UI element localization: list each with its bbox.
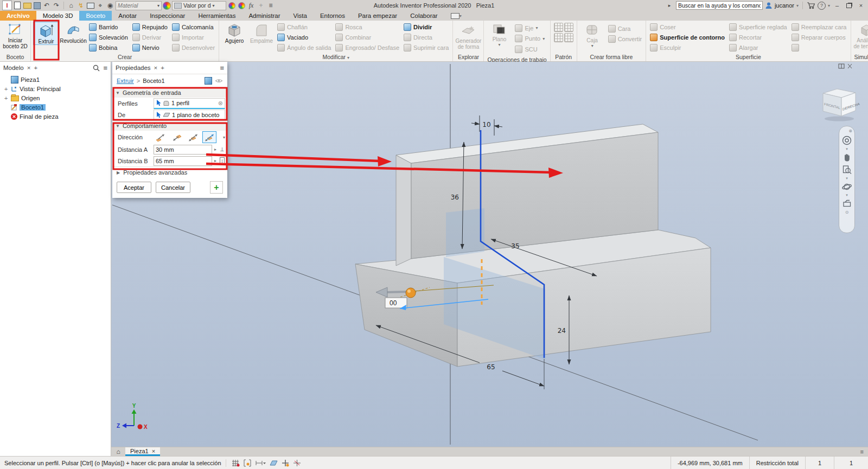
steering-wheel-icon[interactable] (841, 135, 852, 146)
navbar-more-icon[interactable]: ⊙ (845, 210, 849, 215)
help-dropdown-icon[interactable]: ▾ (828, 3, 830, 8)
rib-button[interactable]: Nervio (131, 42, 169, 53)
browser-search-icon[interactable] (93, 65, 100, 72)
tree-node-sketch[interactable]: Boceto1 (0, 102, 111, 112)
coil-button[interactable]: Bobina (87, 42, 130, 53)
restore-button[interactable] (844, 1, 854, 10)
undo-icon[interactable]: ↶ (42, 1, 51, 10)
ribbon-display-toggle-icon[interactable]: ▾ (444, 11, 468, 21)
add-qat-icon[interactable]: + (257, 1, 265, 10)
expand-icon[interactable]: + (3, 95, 9, 101)
properties-tab-label[interactable]: Propiedades (116, 65, 151, 71)
ok-button[interactable]: Aceptar (117, 182, 151, 193)
render-icon[interactable]: ◉ (106, 1, 114, 10)
distance-a-flip-icon[interactable]: ⊥ (220, 146, 225, 152)
navbar-dropdown-icon[interactable]: ▾ (846, 194, 848, 196)
tab-para-empezar[interactable]: Para empezar (352, 11, 404, 21)
sketch-pattern-icon[interactable] (564, 33, 573, 42)
minimize-button[interactable]: – (832, 1, 842, 10)
expand-icon[interactable]: + (3, 86, 9, 92)
tab-anotar[interactable]: Anotar (112, 11, 143, 21)
boundary-patch-button[interactable]: Superficie de contorno (648, 32, 726, 42)
delete-face-button[interactable]: Suprimir cara (402, 42, 450, 53)
user-name[interactable]: jucanor (775, 2, 794, 9)
save-icon[interactable] (33, 1, 41, 10)
section-geometria-header[interactable]: ▼ Geometría de entrada (112, 87, 227, 98)
ruled-surface-button[interactable]: Superficie reglada (727, 22, 789, 32)
distance-b-input[interactable] (154, 156, 212, 166)
replace-face-button[interactable]: Reemplazar cara (790, 22, 848, 32)
help-icon[interactable]: ? (818, 2, 826, 10)
rectangular-pattern-icon[interactable] (554, 23, 563, 32)
sweep-button[interactable]: Barrido (87, 22, 130, 32)
profiles-field[interactable]: 1 perfil ⊗ (154, 98, 225, 109)
shape-generator-button[interactable]: Generador de forma (455, 22, 481, 50)
navbar-dropdown-icon[interactable]: ▾ (846, 148, 848, 150)
tab-administrar[interactable]: Administrar (242, 11, 286, 21)
orbit-icon[interactable] (841, 182, 852, 192)
hole-button[interactable]: Agujero (221, 22, 247, 44)
navigation-bar[interactable]: ⊗ ▾ ▾ ▾ ⊙ (839, 126, 855, 233)
sculpt-button[interactable]: Esculpir (648, 42, 726, 53)
pan-hand-icon[interactable] (842, 152, 852, 163)
browser-menu-icon[interactable]: ≡ (103, 64, 107, 72)
direction-asymmetric-button[interactable] (202, 131, 216, 143)
direction-flipped-button[interactable] (170, 131, 184, 143)
tree-node-view[interactable]: + Vista: Principal (0, 84, 111, 93)
distance-b-flip-icon[interactable]: ↕ (220, 157, 225, 164)
work-axis-button[interactable]: Eje▾ (513, 23, 546, 33)
distance-b-flyout-icon[interactable]: ▸ (214, 158, 216, 163)
derive-button[interactable]: Derivar (131, 32, 169, 42)
tab-colaborar[interactable]: Colaborar (404, 11, 444, 21)
help-search-input[interactable] (676, 1, 763, 10)
tab-vista[interactable]: Vista (287, 11, 314, 21)
distance-a-input[interactable] (154, 145, 212, 155)
advanced-properties-row[interactable]: ▶ Propiedades avanzadas (112, 166, 227, 178)
iproperties-icon[interactable]: ↯ (76, 1, 85, 10)
wall-left-face[interactable] (396, 155, 411, 266)
add-preset-button[interactable]: + (210, 181, 223, 194)
tree-node-end-of-part[interactable]: ✕ Final de pieza (0, 112, 111, 121)
repair-bodies-button[interactable]: Reparar cuerpos (790, 32, 848, 42)
decal-button[interactable]: Calcomanía (170, 22, 216, 32)
split-button[interactable]: Dividir (402, 22, 450, 32)
direction-dropdown-icon[interactable]: ▾ (223, 135, 225, 140)
parameters-fx-icon[interactable]: fx (247, 1, 256, 10)
zoom-icon[interactable] (842, 165, 852, 175)
constraint-add-icon[interactable] (282, 459, 289, 467)
search-expand-icon[interactable]: ▸ (665, 1, 674, 10)
chamfer-button[interactable]: Chaflán (276, 22, 333, 32)
shell-button[interactable]: Vaciado (276, 32, 333, 42)
unwrap-button[interactable]: Desenvolver (170, 42, 216, 53)
stress-analysis-button[interactable]: Análisis de tensión (853, 22, 868, 49)
work-plane-button[interactable]: Plano ▾ (486, 22, 512, 48)
group-label-modificar[interactable]: Modificar ▾ (219, 54, 452, 61)
from-field[interactable]: 1 plano de boceto (154, 110, 225, 120)
surface-extra-button[interactable] (790, 42, 848, 53)
tab-close-icon[interactable]: × (152, 448, 155, 454)
store-cart-icon[interactable] (807, 2, 815, 9)
breadcrumb-extrude-link[interactable]: Extruir (117, 78, 134, 84)
solid-body-icon[interactable] (205, 77, 212, 85)
tab-modelo-3d[interactable]: Modelo 3D (36, 11, 80, 21)
tab-archivo[interactable]: Archivo (0, 11, 36, 21)
sketch-plane-icon[interactable] (270, 459, 278, 467)
properties-menu-icon[interactable]: ≡ (220, 64, 224, 72)
properties-close-icon[interactable]: × (154, 65, 158, 71)
user-dropdown-icon[interactable]: ▾ (796, 3, 799, 8)
open-file-icon[interactable] (23, 1, 31, 10)
browser-close-icon[interactable]: × (27, 65, 31, 71)
tab-herramientas[interactable]: Herramientas (192, 11, 242, 21)
document-tabs-menu-icon[interactable]: ≡ (856, 447, 868, 456)
tab-inspeccionar[interactable]: Inspeccionar (143, 11, 192, 21)
navbar-close-icon[interactable]: ⊗ (848, 130, 852, 133)
fillet-button[interactable]: Empalme (248, 22, 275, 44)
clear-selection-icon[interactable]: ⊗ (218, 100, 223, 107)
mirror-icon[interactable] (564, 23, 573, 32)
select-filter-icon[interactable] (244, 459, 252, 467)
color-wheel-icon[interactable] (163, 2, 171, 10)
freeform-convert-button[interactable]: Convertir (607, 34, 644, 44)
appearance-combo[interactable]: Valor por d ▾ (172, 1, 226, 10)
tab-boceto[interactable]: Boceto (79, 11, 112, 21)
home-tab-icon[interactable]: ⌂ (111, 447, 125, 456)
